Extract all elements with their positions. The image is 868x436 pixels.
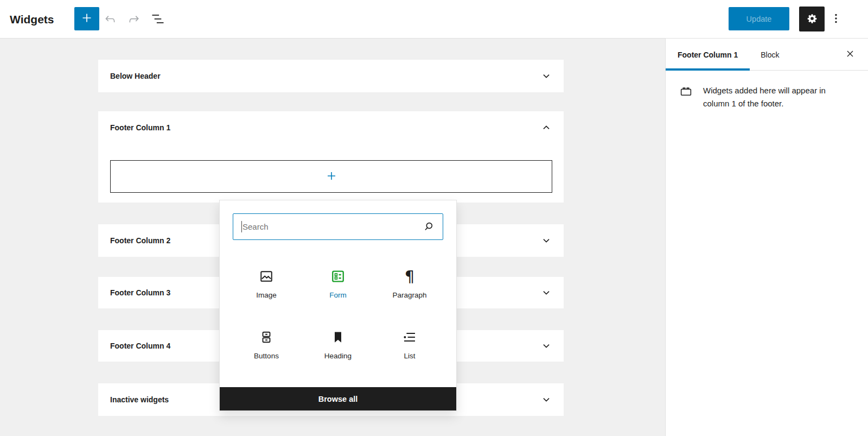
widget-area-description-panel: Widgets added here will appear in column…	[666, 71, 868, 111]
widget-area-footer-column-1: Footer Column 1	[98, 111, 564, 203]
undo-icon	[103, 12, 117, 28]
chevron-down-icon[interactable]	[540, 286, 553, 299]
widget-area-below-header: Below Header	[98, 60, 564, 92]
add-block-icon	[325, 169, 338, 184]
widget-area-title: Inactive widgets	[110, 395, 169, 404]
block-item-heading[interactable]: Heading	[302, 314, 374, 375]
browse-all-button[interactable]: Browse all	[220, 387, 456, 410]
update-button[interactable]: Update	[729, 7, 789, 30]
close-sidebar-button[interactable]	[839, 39, 861, 71]
block-results-grid: Image Form ¶ Paragraph Buttons	[231, 253, 445, 375]
chevron-up-icon[interactable]	[540, 121, 553, 134]
block-inserter-popover: Image Form ¶ Paragraph Buttons	[219, 200, 457, 411]
text-cursor	[241, 221, 242, 232]
form-icon	[330, 268, 346, 285]
widget-area-description: Widgets added here will appear in column…	[703, 84, 851, 111]
tab-block[interactable]: Block	[753, 39, 787, 71]
widget-area-title: Footer Column 2	[110, 236, 170, 245]
undo-button[interactable]	[102, 11, 118, 28]
search-input[interactable]	[242, 214, 416, 239]
search-box	[233, 213, 443, 240]
chevron-down-icon[interactable]	[540, 393, 553, 406]
paragraph-icon: ¶	[405, 268, 414, 285]
page-title: Widgets	[10, 0, 54, 39]
settings-gear-icon	[806, 12, 818, 26]
tab-footer-column-1[interactable]: Footer Column 1	[666, 39, 750, 71]
chevron-down-icon[interactable]	[540, 339, 553, 352]
widget-area-title: Footer Column 3	[110, 288, 170, 297]
block-item-list[interactable]: List	[374, 314, 445, 375]
redo-button[interactable]	[126, 11, 142, 28]
block-item-paragraph[interactable]: ¶ Paragraph	[374, 253, 445, 314]
block-item-buttons[interactable]: Buttons	[231, 314, 302, 375]
sidebar-tabs: Footer Column 1 Block	[666, 39, 868, 71]
add-block-button[interactable]	[74, 7, 99, 30]
list-icon	[401, 328, 418, 346]
block-appender-button[interactable]	[110, 160, 552, 193]
heading-bookmark-icon	[330, 328, 346, 346]
widgets-editor: Widgets Update	[0, 0, 868, 436]
image-icon	[258, 268, 275, 285]
close-icon	[845, 48, 856, 61]
widget-area-title: Below Header	[110, 72, 161, 80]
widget-area-title: Footer Column 4	[110, 342, 170, 350]
chevron-down-icon[interactable]	[540, 234, 553, 247]
settings-sidebar: Footer Column 1 Block Widgets added here…	[665, 39, 868, 436]
plus-icon	[80, 11, 93, 26]
buttons-icon	[258, 328, 275, 346]
list-view-icon	[150, 11, 165, 28]
block-item-image[interactable]: Image	[231, 253, 302, 314]
redo-icon	[127, 12, 141, 28]
options-menu-button[interactable]	[828, 8, 844, 31]
list-view-button[interactable]	[150, 11, 166, 28]
settings-button[interactable]	[799, 7, 825, 31]
block-item-form[interactable]: Form	[302, 253, 374, 314]
widget-area-icon	[679, 84, 693, 111]
widget-area-title: Footer Column 1	[110, 123, 170, 132]
chevron-down-icon[interactable]	[540, 69, 553, 83]
search-icon	[422, 220, 436, 236]
options-kebab-icon	[829, 12, 843, 27]
top-toolbar: Widgets Update	[0, 0, 868, 39]
